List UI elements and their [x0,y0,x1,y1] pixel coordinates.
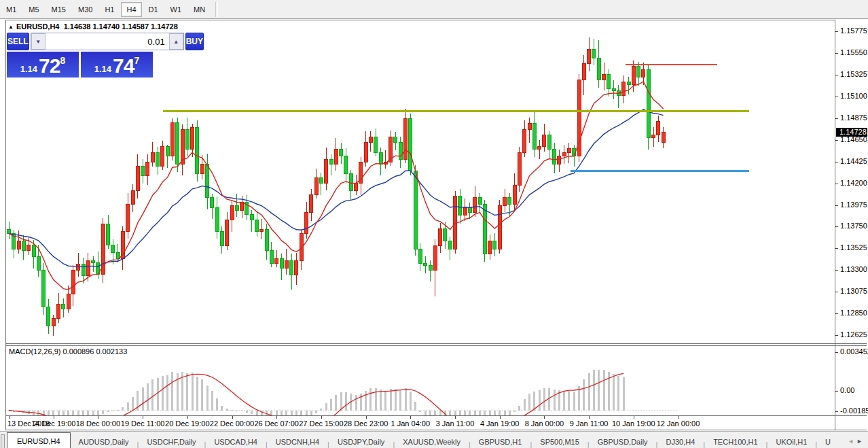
candle-body [532,124,536,150]
macd-bar [266,411,268,416]
macd-indicator-canvas[interactable] [6,347,835,415]
timeframe-button-h1[interactable]: H1 [99,2,120,17]
tab-audusd-daily[interactable]: AUDUSD,Daily [71,434,137,448]
candle-body [305,212,308,233]
tab-xauusd-weekly[interactable]: XAUUSD,Weekly [395,434,469,448]
time-axis-label: 1 Jan 04:00 [391,419,431,428]
candle-body [260,230,264,232]
candle-body [32,245,35,256]
timeframe-button-d1[interactable]: D1 [143,2,164,17]
price-axis-tick [835,226,838,227]
candle-body [547,135,551,150]
tab-usdjpy-daily[interactable]: USDJPY,Daily [329,434,393,448]
candle-body [424,263,427,265]
macd-bar [171,372,173,411]
time-axis-label: 12 Jan 00:00 [657,419,700,428]
candle-body [444,228,447,241]
price-axis-label: 1.14200 [840,179,867,187]
candle-body [131,191,134,205]
tab-tech100-h1[interactable]: TECH100,H1 [705,434,765,448]
macd-bar [201,379,203,410]
candle-body [170,122,174,156]
macd-bar [588,373,590,410]
macd-bar [77,411,79,416]
timeframe-button-h4[interactable]: H4 [121,2,141,17]
price-axis-tick [835,184,838,184]
macd-bar [147,383,149,411]
macd-bar [419,411,421,412]
tab-scroll-right-icon[interactable]: ► [856,438,865,445]
candle-body [52,318,55,326]
macd-bar [424,411,427,416]
macd-bar [489,411,491,416]
price-axis-tick [835,118,838,119]
macd-bar [306,411,308,416]
candle-body [538,147,541,150]
macd-bar [494,411,496,416]
price-chart-canvas[interactable] [6,20,835,343]
tab-usdcad-h4[interactable]: USDCAD,H4 [206,434,266,448]
macd-bar [543,388,545,411]
candle-body [42,270,46,307]
candle-body [652,135,655,138]
candle-body [211,198,214,207]
timeframe-button-m5[interactable]: M5 [23,2,44,17]
macd-bar [151,379,153,410]
candle-body [295,260,298,275]
macd-bar [390,389,392,410]
time-axis-label: 20 Dec 19:00 [165,419,209,428]
price-axis-label: 1.13975 [840,201,867,209]
tab-u[interactable]: U [817,434,839,448]
time-axis-tick [544,416,545,419]
tab-usdchf-daily[interactable]: USDCHF,Daily [139,434,204,448]
macd-bar [369,388,372,410]
tab-eurusd-h4[interactable]: EURUSD,H4 [7,432,71,448]
price-axis-tick [835,248,838,249]
tab-gbpusd-h1[interactable]: GBPUSD,H1 [471,434,530,448]
tab-bar-grip[interactable] [1,434,5,448]
time-axis[interactable]: 13 Dec 201814 Dec 19:0018 Dec 00:0019 De… [6,416,867,430]
candle-body [607,74,611,88]
tab-usdcnh-h4[interactable]: USDCNH,H4 [268,434,327,448]
macd-bar [380,390,382,410]
candle-body [418,249,422,263]
candle-body [57,304,60,318]
macd-splitter-bottom[interactable] [5,345,867,346]
macd-axis-tick [835,411,838,412]
candle-body [151,152,154,162]
macd-axis-tick [835,391,838,392]
macd-bar [355,395,357,411]
tab-scroll-left-icon[interactable]: ◄ [848,438,856,445]
macd-bar [166,375,168,411]
candle-body [27,245,31,251]
candle-body [508,198,511,205]
macd-bar [48,411,50,416]
time-axis-tick [366,416,367,419]
macd-bar [434,411,436,416]
macd-bar [464,411,466,416]
candle-body [448,241,452,249]
time-axis-tick [321,416,322,419]
macd-bar [216,398,218,410]
macd-bar [623,377,625,411]
price-axis-tick [835,97,838,97]
macd-bar [281,411,283,416]
tab-dj30-h4[interactable]: DJ30,H4 [657,434,703,448]
time-axis-tick [589,416,590,419]
macd-bar [509,411,511,416]
tab-gbpusd-daily[interactable]: GBPUSD,Daily [590,434,656,448]
timeframe-button-m15[interactable]: M15 [46,2,71,17]
tab-ukoil-h1[interactable]: UKOil,H1 [767,434,815,448]
candle-body [166,147,169,156]
macd-bar [414,402,416,410]
macd-splitter-top[interactable] [5,343,867,344]
timeframe-button-m1[interactable]: M1 [1,2,22,17]
timeframe-button-m30[interactable]: M30 [73,2,98,17]
candle-body [458,196,462,215]
timeframe-button-mn[interactable]: MN [188,2,211,17]
tab-sp500-m15[interactable]: SP500,M15 [532,434,587,448]
timeframe-button-w1[interactable]: W1 [165,2,187,17]
macd-bar [608,372,610,411]
macd-indicator-label: MACD(12,26,9) 0.000896 0.002133 [9,347,127,356]
macd-bar [325,403,327,411]
